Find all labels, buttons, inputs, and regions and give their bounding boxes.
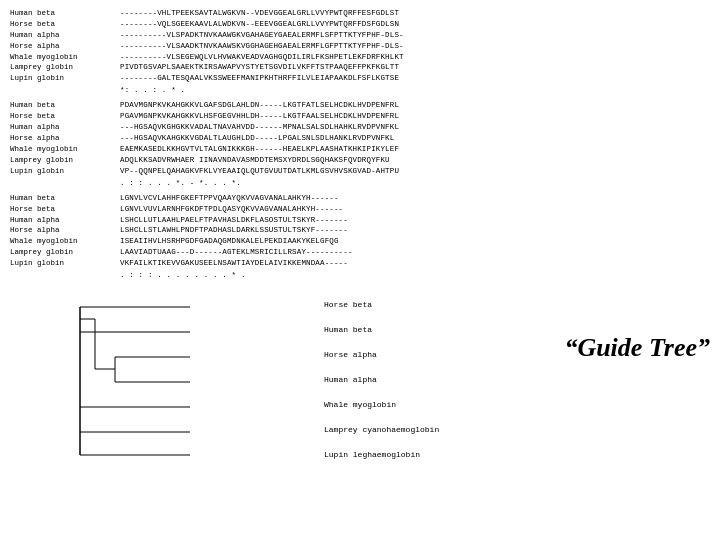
- tree-label-text: Lupin leghaemoglobin: [324, 450, 420, 460]
- seq-label: Lamprey globin: [10, 247, 120, 258]
- seq-data: ---HGSAQVKAHGKKVGDALTLAUGHLDD-----LPGALS…: [120, 133, 394, 144]
- tree-label-text: Horse alpha: [324, 350, 377, 360]
- main-container: Human beta --------VHLTPEEKSAVTALWGKVN--…: [0, 0, 720, 540]
- seq-label: Human alpha: [10, 122, 120, 133]
- seq-label: Whale myoglobin: [10, 144, 120, 155]
- seq-label: Horse alpha: [10, 41, 120, 52]
- table-row: Horse beta --------VQLSGEEKAAVLALWDKVN--…: [10, 19, 710, 30]
- seq-label: Human beta: [10, 193, 120, 204]
- list-item: Human beta: [324, 318, 534, 343]
- seq-data: VKFAILKTIKEVVGAKUSEELNSAWTIAYDELAIVIKKEM…: [120, 258, 348, 269]
- seq-label: Horse beta: [10, 204, 120, 215]
- seq-data: LGNVLVUVLARNHFGKDFTPDLQASYQKVVAGVANALAHK…: [120, 204, 343, 215]
- seq-data: LAAVIADTUAAG---D------AGTEKLMSRICILLRSAY…: [120, 247, 353, 258]
- tree-label-text: Lamprey cyanohaemoglobin: [324, 425, 439, 435]
- seq-data: PIVDTGSVAPLSAAEКТKIRSAWAPVYSTYETSGVDILVK…: [120, 62, 399, 73]
- seq-data: LGNVLVCVLAHHFGKEFTPPVQAAYQKVVAGVANALAHKY…: [120, 193, 339, 204]
- conservation-data: . : : . . . *. - *. . . *.: [120, 178, 241, 189]
- tree-labels: Horse beta Human beta Horse alpha Human …: [320, 293, 534, 468]
- seq-label: Horse alpha: [10, 225, 120, 236]
- conservation-row: . : : : . . . . . . . . * .: [10, 270, 710, 281]
- seq-label: Whale myoglobin: [10, 52, 120, 63]
- table-row: Horse alpha LSHCLLSTLAWHLPNDFTPADHASLDAR…: [10, 225, 710, 236]
- conservation-label: [10, 85, 120, 96]
- table-row: Human alpha ----------VLSPADKTNVKAAWGKVG…: [10, 30, 710, 41]
- table-row: Lamprey globin PIVDTGSVAPLSAAEКТKIRSAWAP…: [10, 62, 710, 73]
- conservation-row: . : : . . . *. - *. . . *.: [10, 178, 710, 189]
- tree-label-text: Human alpha: [324, 375, 377, 385]
- seq-label: Horse beta: [10, 19, 120, 30]
- table-row: Human beta PDAVMGNPKVKAHGKKVLGAFSDGLAHLD…: [10, 100, 710, 111]
- list-item: Whale myoglobin: [324, 393, 534, 418]
- seq-data: ---HGSAQVKGHGKKVADALTNAVAHVDD------MPNAL…: [120, 122, 399, 133]
- seq-label: Human alpha: [10, 30, 120, 41]
- seq-data: --------VHLTPEEKSAVTALWGKVN--VDEVGGEALGR…: [120, 8, 399, 19]
- table-row: Lupin globin --------GALTESQAALVKSSWEEFM…: [10, 73, 710, 84]
- seq-data: LSHCLLUTLAAHLPAELFTPAVHASLDKFLASOSTULTSK…: [120, 215, 348, 226]
- seq-label: Whale myoglobin: [10, 236, 120, 247]
- seq-data: ADQLKKSADVRWHAER IINAVNDAVASMDDTEMSXYDRD…: [120, 155, 390, 166]
- table-row: Horse beta PGAVMGNPKVKAHGKKVLHSFGEGVHHLD…: [10, 111, 710, 122]
- table-row: Horse alpha ----------VLSAADKTNVKAAWSKVG…: [10, 41, 710, 52]
- conservation-label: [10, 270, 120, 281]
- table-row: Human beta LGNVLVCVLAHHFGKEFTPPVQAAYQKVV…: [10, 193, 710, 204]
- table-row: Human alpha ---HGSAQVKGHGKKVADALTNAVAHVD…: [10, 122, 710, 133]
- conservation-row: *: . . : . * .: [10, 85, 710, 96]
- seq-label: Human beta: [10, 100, 120, 111]
- seq-data: PDAVMGNPKVKAHGKKVLGAFSDGLAHLDN-----LKGTF…: [120, 100, 399, 111]
- table-row: Whale myoglobin ----------VLSEGEWQLVLHVW…: [10, 52, 710, 63]
- tree-label-text: Horse beta: [324, 300, 372, 310]
- conservation-data: *: . . : . * .: [120, 85, 185, 96]
- table-row: Whale myoglobin EAEMKASEDLKKHGVTVLTALGNI…: [10, 144, 710, 155]
- table-row: Lupin globin VP--QQNPELQAHAGKVFKLVYEAAIQ…: [10, 166, 710, 177]
- seq-data: EAEMKASEDLKKHGVTVLTALGNIKKKGH------HEAEL…: [120, 144, 399, 155]
- seq-label: Horse alpha: [10, 133, 120, 144]
- guide-tree-title: “Guide Tree”: [564, 333, 710, 363]
- seq-data: ----------VLSEGEWQLVLHVWAKVEADVAGHGQDILI…: [120, 52, 404, 63]
- seq-label: Horse beta: [10, 111, 120, 122]
- seq-data: ISEAIIHVLHSRHPGDFGADAQGMDNKALELPEKDIAAKY…: [120, 236, 339, 247]
- alignment-section: Human beta --------VHLTPEEKSAVTALWGKVN--…: [0, 0, 720, 285]
- table-row: Lupin globin VKFAILKTIKEVVGAKUSEELNSAWTI…: [10, 258, 710, 269]
- list-item: Lamprey cyanohaemoglobin: [324, 418, 534, 443]
- seq-data: ----------VLSAADKTNVKAAWSKVGGHAGEHGAEALE…: [120, 41, 404, 52]
- guide-tree-svg: [60, 293, 280, 471]
- seq-label: Lamprey globin: [10, 62, 120, 73]
- list-item: Human alpha: [324, 368, 534, 393]
- table-row: Lamprey globin ADQLKKSADVRWHAER IINAVNDA…: [10, 155, 710, 166]
- list-item: Horse alpha: [324, 343, 534, 368]
- seq-data: LSHCLLSTLAWHLPNDFTPADHASLDARKLSSUSTULTSK…: [120, 225, 348, 236]
- table-row: Lamprey globin LAAVIADTUAAG---D------AGT…: [10, 247, 710, 258]
- seq-label: Human beta: [10, 8, 120, 19]
- seq-label: Lupin globin: [10, 166, 120, 177]
- tree-section: Horse beta Human beta Horse alpha Human …: [0, 285, 720, 540]
- alignment-block-1: Human beta --------VHLTPEEKSAVTALWGKVN--…: [10, 8, 710, 96]
- seq-data: --------VQLSGEEKAAVLALWDKVN--EEEVGGEALGR…: [120, 19, 399, 30]
- seq-data: PGAVMGNPKVKAHGKKVLHSFGEGVHHLDH-----LKGTF…: [120, 111, 399, 122]
- tree-label-text: Whale myoglobin: [324, 400, 396, 410]
- table-row: Human alpha LSHCLLUTLAAHLPAELFTPAVHASLDK…: [10, 215, 710, 226]
- conservation-label: [10, 178, 120, 189]
- seq-data: --------GALTESQAALVKSSWEEFMANIPKHTHRFFIL…: [120, 73, 399, 84]
- seq-label: Human alpha: [10, 215, 120, 226]
- table-row: Human beta --------VHLTPEEKSAVTALWGKVN--…: [10, 8, 710, 19]
- table-row: Horse beta LGNVLVUVLARNHFGKDFTPDLQASYQKV…: [10, 204, 710, 215]
- seq-label: Lamprey globin: [10, 155, 120, 166]
- tree-svg-container: [60, 293, 320, 473]
- alignment-block-2: Human beta PDAVMGNPKVKAHGKKVLGAFSDGLAHLD…: [10, 100, 710, 188]
- seq-label: Lupin globin: [10, 73, 120, 84]
- table-row: Whale myoglobin ISEAIIHVLHSRHPGDFGADAQGM…: [10, 236, 710, 247]
- seq-data: ----------VLSPADKTNVKAAWGKVGAHAGEYGAEALE…: [120, 30, 404, 41]
- conservation-data: . : : : . . . . . . . . * .: [120, 270, 246, 281]
- seq-data: VP--QQNPELQAHAGKVFKLVYEAAIQLQUTGVUUTDATL…: [120, 166, 399, 177]
- tree-label-text: Human beta: [324, 325, 372, 335]
- alignment-block-3: Human beta LGNVLVCVLAHHFGKEFTPPVQAAYQKVV…: [10, 193, 710, 281]
- list-item: Lupin leghaemoglobin: [324, 443, 534, 468]
- seq-label: Lupin globin: [10, 258, 120, 269]
- list-item: Horse beta: [324, 293, 534, 318]
- table-row: Horse alpha ---HGSAQVKAHGKKVGDALTLAUGHLD…: [10, 133, 710, 144]
